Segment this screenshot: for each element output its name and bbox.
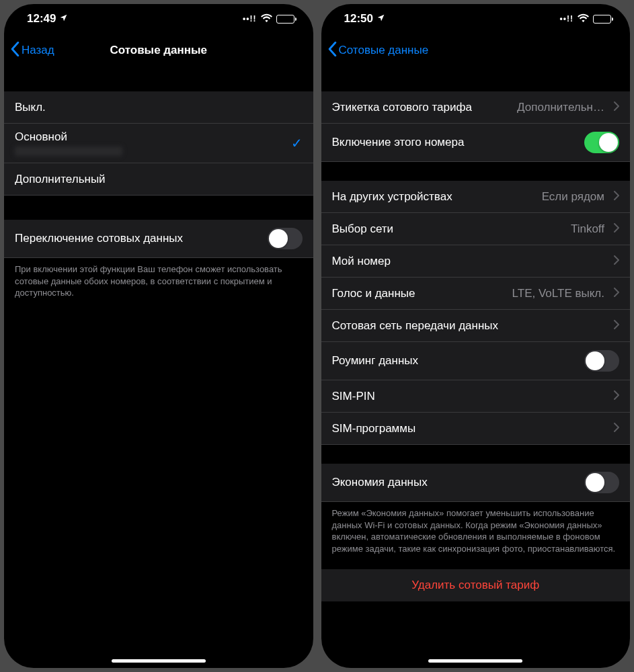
row-value: LTE, VoLTE выкл. <box>512 287 608 300</box>
phone-right: 12:50 ••!! Сотовые данные Этикетка сотов… <box>321 4 631 668</box>
battery-icon <box>593 15 611 24</box>
wifi-icon <box>261 12 272 26</box>
back-label: Сотовые данные <box>339 44 429 57</box>
status-time: 12:49 <box>27 12 56 26</box>
enable-number-row[interactable]: Включение этого номера <box>321 124 631 162</box>
chevron-right-icon <box>614 255 619 268</box>
chevron-right-icon <box>614 422 619 435</box>
row-label: Переключение сотовых данных <box>15 232 183 245</box>
home-indicator[interactable] <box>112 659 206 663</box>
option-primary[interactable]: Основной ✓ <box>4 124 313 163</box>
row-label: Сотовая сеть передачи данных <box>332 319 499 333</box>
checkmark-icon: ✓ <box>291 135 303 151</box>
row-label: Включение этого номера <box>332 136 465 149</box>
nav-bar: Назад Сотовые данные <box>4 34 313 67</box>
low-data-toggle[interactable] <box>584 472 619 493</box>
nav-bar: Сотовые данные <box>321 34 631 67</box>
low-data-row[interactable]: Экономия данных <box>321 464 631 502</box>
status-bar: 12:50 ••!! <box>321 4 631 34</box>
delete-plan-button[interactable]: Удалить сотовый тариф <box>321 569 631 601</box>
footer-text: При включении этой функции Ваш телефон с… <box>4 258 313 299</box>
network-row[interactable]: Выбор сети Tinkoff <box>321 213 631 245</box>
location-icon <box>59 12 68 26</box>
sim-apps-row[interactable]: SIM-программы <box>321 413 631 445</box>
row-label: Выбор сети <box>332 222 394 236</box>
row-value: Если рядом <box>542 190 608 204</box>
phone-left: 12:49 ••!! Назад Сотовые данные Выкл. <box>4 4 313 668</box>
wifi-icon <box>578 12 589 26</box>
row-label: Экономия данных <box>332 476 428 489</box>
back-button[interactable]: Сотовые данные <box>328 42 429 60</box>
status-bar: 12:49 ••!! <box>4 4 313 34</box>
row-label: На других устройствах <box>332 190 452 204</box>
dual-sim-icon: ••!! <box>243 14 256 24</box>
option-label: Основной <box>15 130 291 144</box>
option-sublabel-blurred <box>15 146 122 156</box>
roaming-toggle[interactable] <box>584 350 619 372</box>
row-label: SIM-программы <box>332 422 416 435</box>
option-label: Дополнительный <box>15 173 106 186</box>
roaming-row[interactable]: Роуминг данных <box>321 342 631 380</box>
back-button[interactable]: Назад <box>11 42 54 60</box>
footer-text: Режим «Экономия данных» помогает уменьши… <box>321 502 631 554</box>
dual-sim-icon: ••!! <box>560 14 573 24</box>
row-value: Дополнительн… <box>517 101 608 114</box>
chevron-right-icon <box>614 319 619 333</box>
chevron-left-icon <box>328 42 337 60</box>
option-secondary[interactable]: Дополнительный <box>4 163 313 196</box>
chevron-right-icon <box>614 222 619 236</box>
row-label: Мой номер <box>332 255 391 268</box>
row-label: Голос и данные <box>332 287 415 300</box>
row-label: SIM-PIN <box>332 390 375 403</box>
cellular-switching-row[interactable]: Переключение сотовых данных <box>4 220 313 258</box>
chevron-left-icon <box>11 42 19 60</box>
delete-label: Удалить сотовый тариф <box>332 579 620 592</box>
chevron-right-icon <box>614 390 619 403</box>
sim-pin-row[interactable]: SIM-PIN <box>321 380 631 413</box>
option-off[interactable]: Выкл. <box>4 91 313 124</box>
other-devices-row[interactable]: На других устройствах Если рядом <box>321 181 631 213</box>
enable-number-toggle[interactable] <box>584 132 619 153</box>
row-label: Этикетка сотового тарифа <box>332 101 472 114</box>
my-number-row[interactable]: Мой номер <box>321 245 631 278</box>
option-label: Выкл. <box>15 101 46 114</box>
row-label: Роуминг данных <box>332 354 419 368</box>
status-time: 12:50 <box>344 12 373 26</box>
back-label: Назад <box>22 44 54 57</box>
home-indicator[interactable] <box>428 659 522 663</box>
cellular-network-row[interactable]: Сотовая сеть передачи данных <box>321 310 631 342</box>
cellular-switching-toggle[interactable] <box>268 228 303 249</box>
chevron-right-icon <box>614 101 619 114</box>
voice-data-row[interactable]: Голос и данные LTE, VoLTE выкл. <box>321 278 631 310</box>
chevron-right-icon <box>614 190 619 204</box>
chevron-right-icon <box>614 287 619 300</box>
row-value: Tinkoff <box>571 222 608 236</box>
plan-label-row[interactable]: Этикетка сотового тарифа Дополнительн… <box>321 91 631 124</box>
location-icon <box>377 12 385 26</box>
battery-icon <box>276 15 294 24</box>
